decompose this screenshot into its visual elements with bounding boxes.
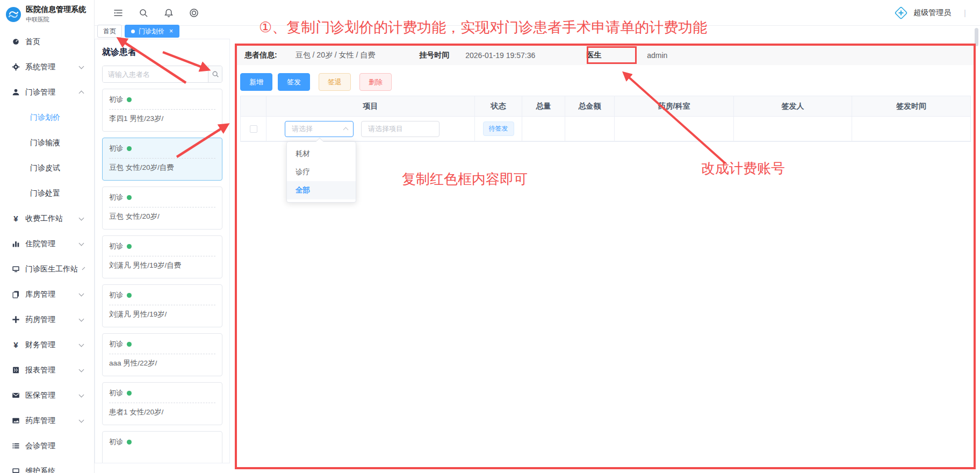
sidebar-item-label: 首页 <box>25 37 40 47</box>
collapse-menu-icon[interactable] <box>113 8 124 18</box>
registration-time-label: 挂号时间 <box>419 51 449 60</box>
status-dot-icon <box>127 293 132 298</box>
search-button[interactable] <box>208 66 222 82</box>
sidebar-subitem-disposal[interactable]: 门诊处置 <box>0 181 94 206</box>
item-search-input[interactable] <box>361 121 439 137</box>
registration-time-value: 2026-01-19 19:57:36 <box>465 51 535 60</box>
annotation-account-hint: 改成计费账号 <box>701 159 785 178</box>
sidebar-subitem-infusion[interactable]: 门诊输液 <box>0 130 94 155</box>
documents-icon <box>12 290 20 298</box>
visit-type-label: 初诊 <box>109 144 123 153</box>
patient-info-bar: 患者信息: 豆包 / 20岁 / 女性 / 自费 挂号时间 2026-01-19… <box>237 46 974 65</box>
vertical-scrollbar[interactable] <box>975 28 978 46</box>
tab-outpatient-pricing[interactable]: 门诊划价 × <box>125 25 179 38</box>
tab-bar: 首页 门诊划价 × <box>97 25 179 39</box>
chevron-down-icon <box>82 267 85 270</box>
col-amount: 总金额 <box>565 96 615 117</box>
sidebar-item-charging-station[interactable]: ¥ 收费工作站 <box>0 206 94 231</box>
list-icon <box>12 442 20 450</box>
sidebar-item-label: 门诊管理 <box>25 88 55 97</box>
visit-type-label: 初诊 <box>109 437 123 447</box>
sidebar-item-insurance[interactable]: 医保管理 <box>0 383 94 408</box>
hospital-app-window: 医院信息管理系统 中联医院 首页 系统管理 门诊管理 门诊划价 门诊输液 门诊皮… <box>0 0 980 473</box>
dashboard-icon <box>12 38 20 46</box>
monitor-icon <box>12 265 20 273</box>
sidebar-item-outpatient[interactable]: 门诊管理 <box>0 80 94 105</box>
visit-type-label: 初诊 <box>109 290 123 300</box>
gear-icon <box>12 63 20 71</box>
sidebar-item-maintenance[interactable]: 维护系统 <box>0 458 94 473</box>
sidebar-item-consultation[interactable]: 会诊管理 <box>0 433 94 458</box>
sign-issue-button[interactable]: 签发 <box>278 73 310 91</box>
sidebar-item-storeroom[interactable]: 库房管理 <box>0 282 94 307</box>
patient-list-panel: 就诊患者 初诊 李四1 男性/23岁/ 初诊 豆包 女性/20岁/自费 初诊 豆… <box>95 39 230 463</box>
circle-icon[interactable] <box>189 8 199 18</box>
sidebar-item-reports[interactable]: 报表管理 <box>0 357 94 383</box>
patient-info-label: 患者信息: <box>244 51 277 60</box>
chevron-up-icon <box>343 127 349 132</box>
patient-card[interactable]: 初诊 刘潇凡 男性/19岁/自费 <box>102 235 222 278</box>
patient-card[interactable]: 初诊 豆包 女性/20岁/ <box>102 187 222 230</box>
sidebar-item-pharmacy[interactable]: 药房管理 <box>0 307 94 332</box>
row-checkbox[interactable] <box>250 125 257 133</box>
sidebar-item-drug-store[interactable]: 药库管理 <box>0 408 94 433</box>
chevron-down-icon <box>79 291 84 296</box>
status-dot-icon <box>127 195 132 200</box>
select-placeholder: 请选择 <box>292 124 344 134</box>
doctor-value: admin <box>647 51 667 60</box>
report-icon <box>12 366 20 374</box>
visit-type-label: 初诊 <box>109 95 123 104</box>
sidebar-item-label: 住院管理 <box>25 239 55 249</box>
sidebar-item-label: 收费工作站 <box>25 214 63 224</box>
sidebar-subitem-pricing[interactable]: 门诊划价 <box>0 105 94 130</box>
col-checkbox <box>241 96 266 117</box>
tab-home[interactable]: 首页 <box>97 25 122 38</box>
sidebar-item-inpatient[interactable]: 住院管理 <box>0 231 94 256</box>
status-dot-icon <box>127 342 132 347</box>
app-logo-block[interactable]: 医院信息管理系统 中联医院 <box>0 0 94 27</box>
cell-quantity <box>522 117 565 141</box>
patient-card[interactable]: 初诊 患者1 女性/20岁/ <box>102 382 222 425</box>
patient-info: 刘潇凡 男性/19岁/自费 <box>109 261 215 270</box>
patient-card[interactable]: 初诊 李四1 男性/23岁/ <box>102 89 222 132</box>
chevron-down-icon <box>79 392 84 397</box>
sidebar-item-home[interactable]: 首页 <box>0 29 94 54</box>
sidebar-subitem-skin-test[interactable]: 门诊皮试 <box>0 155 94 181</box>
item-type-select[interactable]: 请选择 <box>285 121 354 137</box>
col-issuer: 签发人 <box>734 96 852 117</box>
patient-card[interactable]: 初诊 <box>102 431 222 463</box>
sidebar-item-doctor-station[interactable]: 门诊医生工作站 <box>0 256 94 282</box>
dropdown-option-all[interactable]: 全部 <box>287 181 356 199</box>
add-button[interactable]: 新增 <box>240 73 272 91</box>
patient-search-input[interactable] <box>103 66 208 82</box>
sidebar-subitem-label: 门诊输液 <box>30 138 60 148</box>
col-issue-time: 签发时间 <box>852 96 970 117</box>
item-type-dropdown: 耗材 诊疗 全部 <box>286 141 356 203</box>
sidebar-item-label: 医保管理 <box>25 391 55 400</box>
patient-card-selected[interactable]: 初诊 豆包 女性/20岁/自费 <box>102 138 222 181</box>
bell-icon[interactable] <box>163 8 174 18</box>
user-block[interactable]: 超级管理员 | <box>894 6 980 20</box>
status-dot-icon <box>127 97 132 102</box>
col-item: 项目 <box>266 96 475 117</box>
dropdown-option-treatment[interactable]: 诊疗 <box>287 163 356 181</box>
sidebar-subitem-label: 门诊皮试 <box>30 163 60 173</box>
delete-button[interactable]: 删除 <box>359 73 392 91</box>
search-icon[interactable] <box>138 8 149 18</box>
sign-back-button[interactable]: 签退 <box>319 73 351 91</box>
patient-card[interactable]: 初诊 刘潇凡 男性/19岁/ <box>102 284 222 327</box>
tab-close-icon[interactable]: × <box>169 27 173 35</box>
sidebar-item-system[interactable]: 系统管理 <box>0 54 94 80</box>
chevron-down-icon <box>79 367 84 372</box>
dropdown-option-consumables[interactable]: 耗材 <box>287 145 356 163</box>
bar-chart-icon <box>12 240 20 248</box>
col-pharmacy-dept: 药房/科室 <box>615 96 734 117</box>
sidebar-item-label: 门诊医生工作站 <box>25 264 78 274</box>
sidebar-item-finance[interactable]: ¥ 财务管理 <box>0 332 94 357</box>
patient-card[interactable]: 初诊 aaa 男性/22岁/ <box>102 333 222 376</box>
plus-cross-icon <box>12 316 20 324</box>
col-quantity: 总量 <box>522 96 565 117</box>
envelope-icon <box>12 391 20 399</box>
sidebar-item-label: 报表管理 <box>25 366 55 375</box>
yen-icon: ¥ <box>12 341 20 349</box>
